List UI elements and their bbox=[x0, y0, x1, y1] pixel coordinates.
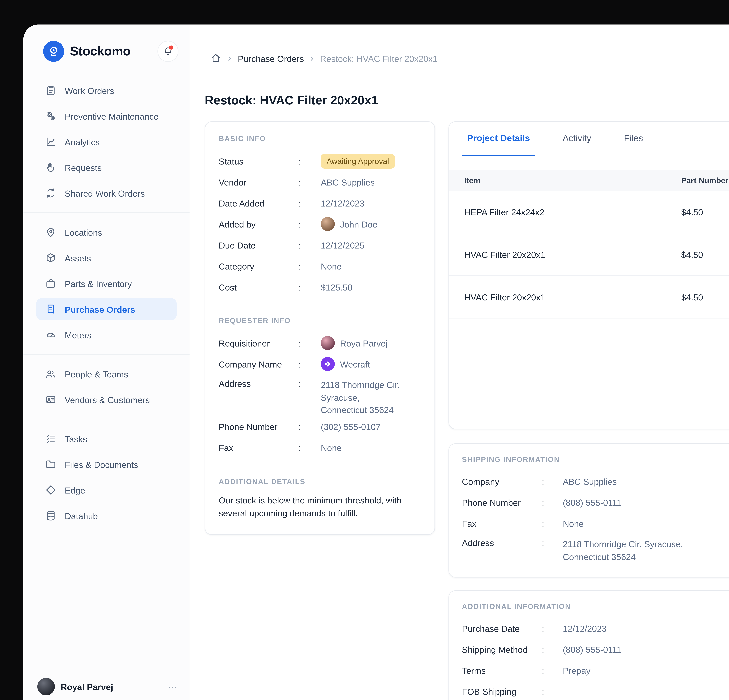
field-value-line1: 2118 Thornridge Cir. Syracuse, bbox=[321, 380, 399, 402]
sidebar-item-locations[interactable]: Locations bbox=[36, 221, 177, 243]
status-badge: Awaiting Approval bbox=[321, 154, 395, 168]
sidebar-item-people-teams[interactable]: People & Teams bbox=[36, 363, 177, 385]
sidebar-item-shared-work-orders[interactable]: Shared Work Orders bbox=[36, 182, 177, 204]
sidebar-item-label: Datahub bbox=[65, 511, 98, 521]
main-content: › Purchase Orders › Restock: HVAC Filter… bbox=[190, 25, 729, 700]
field-label: Cost bbox=[219, 282, 299, 292]
sidebar-item-work-orders[interactable]: Work Orders bbox=[36, 79, 177, 102]
field-value: 12/12/2023 bbox=[321, 198, 364, 208]
column-header: Part Number bbox=[681, 176, 729, 184]
field-value: None bbox=[563, 518, 584, 528]
colon: : bbox=[542, 497, 563, 507]
sidebar-item-label: People & Teams bbox=[65, 369, 128, 379]
sidebar-item-edge[interactable]: Edge bbox=[36, 479, 177, 501]
field-label: Address bbox=[219, 379, 299, 389]
field-label: FOB Shipping bbox=[462, 686, 542, 696]
table-row[interactable]: HEPA Filter 24x24x2 $4.50 Today 12 0 $4.… bbox=[449, 191, 729, 233]
additional-info-card: ADDITIONAL INFORMATION Purchase Date : 1… bbox=[449, 590, 729, 700]
sidebar-divider bbox=[23, 354, 190, 355]
breadcrumb-current: Restock: HVAC Filter 20x20x1 bbox=[320, 54, 437, 63]
basic-info-card: BASIC INFO Status : Awaiting Approval Ve… bbox=[205, 121, 435, 534]
field-label: Terms bbox=[462, 665, 542, 675]
field-value: ABC Supplies bbox=[321, 177, 375, 187]
field-value-line1: 2118 Thornridge Cir. Syracuse, bbox=[563, 539, 683, 549]
tab-activity[interactable]: Activity bbox=[558, 122, 597, 156]
field-label: Company bbox=[462, 476, 542, 486]
section-title: REQUESTER INFO bbox=[219, 317, 421, 325]
info-row-date-added: Date Added : 12/12/2023 bbox=[219, 193, 421, 213]
sidebar-item-datahub[interactable]: Datahub bbox=[36, 505, 177, 527]
section-title: BASIC INFO bbox=[219, 135, 421, 143]
field-label: Company Name bbox=[219, 359, 299, 369]
sidebar-item-requests[interactable]: Requests bbox=[36, 156, 177, 179]
info-row-purchase-date: Purchase Date : 12/12/2023 bbox=[462, 618, 729, 639]
colon: : bbox=[542, 476, 563, 486]
stockomo-logo-icon bbox=[43, 41, 64, 62]
colon: : bbox=[299, 282, 321, 292]
table-row[interactable]: HVAC Filter 20x20x1 $4.50 Today 12 0 $4.… bbox=[449, 233, 729, 276]
sidebar-item-files-documents[interactable]: Files & Documents bbox=[36, 453, 177, 475]
sidebar-item-label: Edge bbox=[65, 485, 85, 495]
sidebar-item-label: Shared Work Orders bbox=[65, 188, 145, 198]
table-row[interactable]: HVAC Filter 20x20x1 $4.50 Today 12 0 $4.… bbox=[449, 276, 729, 318]
sidebar-item-purchase-orders[interactable]: Purchase Orders bbox=[36, 298, 177, 320]
summary-subtotal: Subtotal $13.50 bbox=[449, 332, 729, 349]
field-value: (302) 555-0107 bbox=[321, 422, 380, 432]
sidebar-item-label: Analytics bbox=[65, 137, 100, 147]
sidebar-item-label: Vendors & Customers bbox=[65, 395, 150, 405]
sidebar-item-label: Preventive Maintenance bbox=[65, 111, 158, 121]
field-label: Added by bbox=[219, 219, 299, 229]
info-row-company-name: Company Name : Wecraft bbox=[219, 353, 421, 375]
avatar bbox=[37, 678, 55, 695]
section-title: ADDITIONAL INFORMATION bbox=[462, 603, 729, 611]
breadcrumb-purchase-orders[interactable]: Purchase Orders bbox=[238, 54, 304, 63]
sidebar-item-meters[interactable]: Meters bbox=[36, 324, 177, 346]
sidebar-item-label: Purchase Orders bbox=[65, 304, 135, 314]
sidebar-item-tasks[interactable]: Tasks bbox=[36, 428, 177, 450]
avatar bbox=[321, 217, 335, 231]
info-row-address: Address : 2118 Thornridge Cir. Syracuse,… bbox=[219, 375, 421, 416]
colon: : bbox=[299, 240, 321, 250]
colon: : bbox=[542, 518, 563, 528]
database-icon bbox=[45, 510, 57, 521]
share-cycle-icon bbox=[45, 187, 57, 199]
field-label: Address bbox=[462, 538, 542, 548]
map-pin-icon bbox=[45, 227, 57, 238]
clipboard-icon bbox=[45, 84, 57, 96]
cube-icon bbox=[45, 252, 57, 264]
sidebar-item-label: Meters bbox=[65, 330, 91, 340]
divider bbox=[219, 468, 421, 468]
sidebar-item-label: Files & Documents bbox=[65, 459, 138, 469]
more-options-icon[interactable]: ⋯ bbox=[168, 681, 178, 692]
sidebar-item-assets[interactable]: Assets bbox=[36, 247, 177, 269]
info-row-address: Address : 2118 Thornridge Cir. Syracuse,… bbox=[462, 534, 729, 563]
colon: : bbox=[299, 359, 321, 369]
field-value: (808) 555-0111 bbox=[563, 497, 621, 507]
gears-icon bbox=[45, 110, 57, 122]
sidebar-item-analytics[interactable]: Analytics bbox=[36, 131, 177, 153]
user-menu[interactable]: Royal Parvej ⋯ bbox=[23, 672, 190, 700]
field-value: Wecraft bbox=[340, 359, 370, 369]
sidebar-item-parts-inventory[interactable]: Parts & Inventory bbox=[36, 272, 177, 295]
sidebar-item-label: Parts & Inventory bbox=[65, 279, 132, 289]
colon: : bbox=[299, 177, 321, 187]
additional-details-text: Our stock is below the minimum threshold… bbox=[219, 494, 421, 520]
checklist-icon bbox=[45, 433, 57, 444]
home-icon[interactable] bbox=[210, 52, 222, 64]
items-table-header: Item Part Number Cost Quantity Received … bbox=[449, 170, 729, 191]
summary-shipping: Shipping $0.00 bbox=[449, 380, 729, 398]
field-label: Requisitioner bbox=[219, 338, 299, 348]
field-value: 12/12/2025 bbox=[321, 240, 364, 250]
colon: : bbox=[542, 623, 563, 633]
sidebar-item-label: Requests bbox=[65, 163, 102, 172]
field-value: $125.50 bbox=[321, 282, 352, 292]
field-label: Status bbox=[219, 156, 299, 166]
sidebar-item-preventive-maintenance[interactable]: Preventive Maintenance bbox=[36, 105, 177, 127]
tab-project-details[interactable]: Project Details bbox=[462, 122, 535, 156]
colon: : bbox=[542, 686, 563, 696]
field-label: Fax bbox=[219, 443, 299, 453]
notifications-button[interactable] bbox=[157, 41, 179, 62]
tab-files[interactable]: Files bbox=[619, 122, 648, 156]
sidebar-item-vendors-customers[interactable]: Vendors & Customers bbox=[36, 389, 177, 411]
sidebar-item-label: Assets bbox=[65, 253, 91, 263]
